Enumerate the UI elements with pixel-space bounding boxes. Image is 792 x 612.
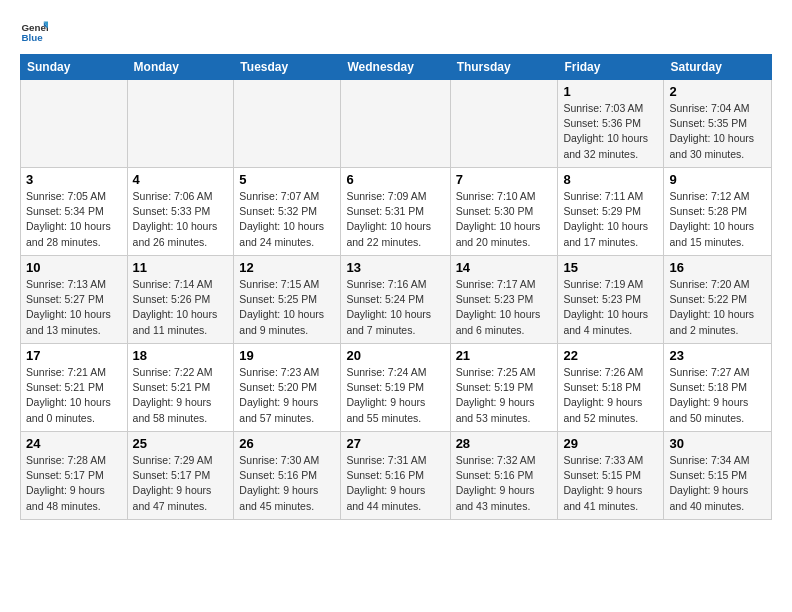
calendar-cell: 10Sunrise: 7:13 AMSunset: 5:27 PMDayligh… [21, 256, 128, 344]
day-info: Sunrise: 7:21 AMSunset: 5:21 PMDaylight:… [26, 365, 122, 426]
calendar-cell: 17Sunrise: 7:21 AMSunset: 5:21 PMDayligh… [21, 344, 128, 432]
calendar-cell: 15Sunrise: 7:19 AMSunset: 5:23 PMDayligh… [558, 256, 664, 344]
day-info: Sunrise: 7:16 AMSunset: 5:24 PMDaylight:… [346, 277, 444, 338]
calendar-cell: 4Sunrise: 7:06 AMSunset: 5:33 PMDaylight… [127, 168, 234, 256]
day-info: Sunrise: 7:06 AMSunset: 5:33 PMDaylight:… [133, 189, 229, 250]
day-info: Sunrise: 7:07 AMSunset: 5:32 PMDaylight:… [239, 189, 335, 250]
day-header-tuesday: Tuesday [234, 55, 341, 80]
calendar-cell: 2Sunrise: 7:04 AMSunset: 5:35 PMDaylight… [664, 80, 772, 168]
calendar-cell: 11Sunrise: 7:14 AMSunset: 5:26 PMDayligh… [127, 256, 234, 344]
day-header-wednesday: Wednesday [341, 55, 450, 80]
day-info: Sunrise: 7:32 AMSunset: 5:16 PMDaylight:… [456, 453, 553, 514]
calendar-cell [234, 80, 341, 168]
day-info: Sunrise: 7:12 AMSunset: 5:28 PMDaylight:… [669, 189, 766, 250]
calendar-cell: 27Sunrise: 7:31 AMSunset: 5:16 PMDayligh… [341, 432, 450, 520]
day-info: Sunrise: 7:04 AMSunset: 5:35 PMDaylight:… [669, 101, 766, 162]
calendar-week-row: 3Sunrise: 7:05 AMSunset: 5:34 PMDaylight… [21, 168, 772, 256]
calendar-cell [341, 80, 450, 168]
day-info: Sunrise: 7:17 AMSunset: 5:23 PMDaylight:… [456, 277, 553, 338]
calendar-week-row: 24Sunrise: 7:28 AMSunset: 5:17 PMDayligh… [21, 432, 772, 520]
day-info: Sunrise: 7:28 AMSunset: 5:17 PMDaylight:… [26, 453, 122, 514]
day-info: Sunrise: 7:27 AMSunset: 5:18 PMDaylight:… [669, 365, 766, 426]
day-number: 26 [239, 436, 335, 451]
calendar-cell: 25Sunrise: 7:29 AMSunset: 5:17 PMDayligh… [127, 432, 234, 520]
day-info: Sunrise: 7:31 AMSunset: 5:16 PMDaylight:… [346, 453, 444, 514]
calendar-cell [450, 80, 558, 168]
day-info: Sunrise: 7:09 AMSunset: 5:31 PMDaylight:… [346, 189, 444, 250]
day-info: Sunrise: 7:03 AMSunset: 5:36 PMDaylight:… [563, 101, 658, 162]
day-header-sunday: Sunday [21, 55, 128, 80]
calendar-cell: 5Sunrise: 7:07 AMSunset: 5:32 PMDaylight… [234, 168, 341, 256]
calendar-cell: 22Sunrise: 7:26 AMSunset: 5:18 PMDayligh… [558, 344, 664, 432]
day-number: 9 [669, 172, 766, 187]
day-number: 14 [456, 260, 553, 275]
day-number: 18 [133, 348, 229, 363]
calendar-header-row: SundayMondayTuesdayWednesdayThursdayFrid… [21, 55, 772, 80]
day-number: 24 [26, 436, 122, 451]
day-number: 25 [133, 436, 229, 451]
calendar-cell [21, 80, 128, 168]
day-header-friday: Friday [558, 55, 664, 80]
calendar-cell: 7Sunrise: 7:10 AMSunset: 5:30 PMDaylight… [450, 168, 558, 256]
day-number: 13 [346, 260, 444, 275]
day-number: 27 [346, 436, 444, 451]
calendar-cell: 14Sunrise: 7:17 AMSunset: 5:23 PMDayligh… [450, 256, 558, 344]
day-header-monday: Monday [127, 55, 234, 80]
day-number: 8 [563, 172, 658, 187]
day-info: Sunrise: 7:05 AMSunset: 5:34 PMDaylight:… [26, 189, 122, 250]
logo-icon: General Blue [20, 16, 48, 44]
calendar-cell: 21Sunrise: 7:25 AMSunset: 5:19 PMDayligh… [450, 344, 558, 432]
day-number: 1 [563, 84, 658, 99]
day-number: 2 [669, 84, 766, 99]
day-info: Sunrise: 7:25 AMSunset: 5:19 PMDaylight:… [456, 365, 553, 426]
calendar-week-row: 1Sunrise: 7:03 AMSunset: 5:36 PMDaylight… [21, 80, 772, 168]
day-info: Sunrise: 7:30 AMSunset: 5:16 PMDaylight:… [239, 453, 335, 514]
day-info: Sunrise: 7:10 AMSunset: 5:30 PMDaylight:… [456, 189, 553, 250]
calendar-cell [127, 80, 234, 168]
calendar-cell: 8Sunrise: 7:11 AMSunset: 5:29 PMDaylight… [558, 168, 664, 256]
calendar-cell: 9Sunrise: 7:12 AMSunset: 5:28 PMDaylight… [664, 168, 772, 256]
day-number: 3 [26, 172, 122, 187]
day-number: 29 [563, 436, 658, 451]
day-number: 4 [133, 172, 229, 187]
day-number: 11 [133, 260, 229, 275]
calendar-cell: 23Sunrise: 7:27 AMSunset: 5:18 PMDayligh… [664, 344, 772, 432]
calendar-cell: 1Sunrise: 7:03 AMSunset: 5:36 PMDaylight… [558, 80, 664, 168]
calendar-cell: 28Sunrise: 7:32 AMSunset: 5:16 PMDayligh… [450, 432, 558, 520]
calendar-cell: 12Sunrise: 7:15 AMSunset: 5:25 PMDayligh… [234, 256, 341, 344]
day-number: 30 [669, 436, 766, 451]
day-header-saturday: Saturday [664, 55, 772, 80]
day-number: 28 [456, 436, 553, 451]
day-number: 6 [346, 172, 444, 187]
logo: General Blue [20, 16, 52, 44]
day-number: 5 [239, 172, 335, 187]
calendar-week-row: 17Sunrise: 7:21 AMSunset: 5:21 PMDayligh… [21, 344, 772, 432]
calendar-cell: 24Sunrise: 7:28 AMSunset: 5:17 PMDayligh… [21, 432, 128, 520]
day-number: 17 [26, 348, 122, 363]
calendar-cell: 3Sunrise: 7:05 AMSunset: 5:34 PMDaylight… [21, 168, 128, 256]
calendar-cell: 6Sunrise: 7:09 AMSunset: 5:31 PMDaylight… [341, 168, 450, 256]
day-info: Sunrise: 7:23 AMSunset: 5:20 PMDaylight:… [239, 365, 335, 426]
day-info: Sunrise: 7:29 AMSunset: 5:17 PMDaylight:… [133, 453, 229, 514]
day-number: 20 [346, 348, 444, 363]
day-info: Sunrise: 7:19 AMSunset: 5:23 PMDaylight:… [563, 277, 658, 338]
day-number: 12 [239, 260, 335, 275]
day-info: Sunrise: 7:33 AMSunset: 5:15 PMDaylight:… [563, 453, 658, 514]
calendar-cell: 18Sunrise: 7:22 AMSunset: 5:21 PMDayligh… [127, 344, 234, 432]
calendar-cell: 29Sunrise: 7:33 AMSunset: 5:15 PMDayligh… [558, 432, 664, 520]
day-info: Sunrise: 7:15 AMSunset: 5:25 PMDaylight:… [239, 277, 335, 338]
calendar: SundayMondayTuesdayWednesdayThursdayFrid… [20, 54, 772, 520]
calendar-week-row: 10Sunrise: 7:13 AMSunset: 5:27 PMDayligh… [21, 256, 772, 344]
day-info: Sunrise: 7:24 AMSunset: 5:19 PMDaylight:… [346, 365, 444, 426]
calendar-cell: 20Sunrise: 7:24 AMSunset: 5:19 PMDayligh… [341, 344, 450, 432]
calendar-cell: 13Sunrise: 7:16 AMSunset: 5:24 PMDayligh… [341, 256, 450, 344]
day-number: 10 [26, 260, 122, 275]
calendar-cell: 19Sunrise: 7:23 AMSunset: 5:20 PMDayligh… [234, 344, 341, 432]
day-info: Sunrise: 7:14 AMSunset: 5:26 PMDaylight:… [133, 277, 229, 338]
day-number: 7 [456, 172, 553, 187]
day-info: Sunrise: 7:26 AMSunset: 5:18 PMDaylight:… [563, 365, 658, 426]
day-info: Sunrise: 7:13 AMSunset: 5:27 PMDaylight:… [26, 277, 122, 338]
day-number: 19 [239, 348, 335, 363]
day-number: 22 [563, 348, 658, 363]
header: General Blue [20, 16, 772, 44]
